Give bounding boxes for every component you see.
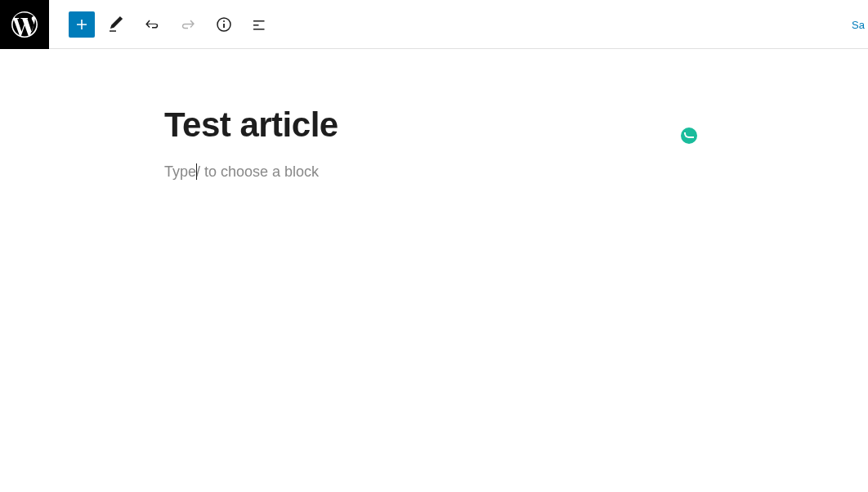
header-right: Sa (852, 0, 868, 49)
text-cursor (196, 163, 197, 180)
editor-toolbar (49, 10, 275, 39)
undo-icon (142, 15, 162, 34)
details-button[interactable] (209, 10, 239, 39)
tools-button[interactable] (101, 10, 131, 39)
outline-button[interactable] (245, 10, 275, 39)
wordpress-icon (11, 11, 38, 38)
readability-badge-icon[interactable] (681, 127, 697, 144)
wordpress-logo[interactable] (0, 0, 49, 49)
info-icon (214, 15, 234, 34)
plus-icon (72, 15, 92, 34)
pencil-icon (106, 15, 126, 34)
undo-button[interactable] (137, 10, 167, 39)
editor-area: Test article Type/ to choose a block (0, 49, 868, 181)
redo-icon (178, 15, 198, 34)
svg-point-1 (223, 20, 225, 22)
editor-content: Test article Type/ to choose a block (164, 105, 704, 181)
placeholder-text-after: / to choose a block (196, 163, 319, 180)
editor-header: Sa (0, 0, 868, 49)
add-block-button[interactable] (69, 11, 95, 38)
placeholder-text-before: Type (164, 163, 196, 180)
save-draft-link[interactable]: Sa (852, 19, 865, 31)
block-placeholder[interactable]: Type/ to choose a block (164, 163, 704, 181)
list-icon (250, 15, 270, 34)
post-title[interactable]: Test article (164, 105, 704, 145)
redo-button (173, 10, 203, 39)
